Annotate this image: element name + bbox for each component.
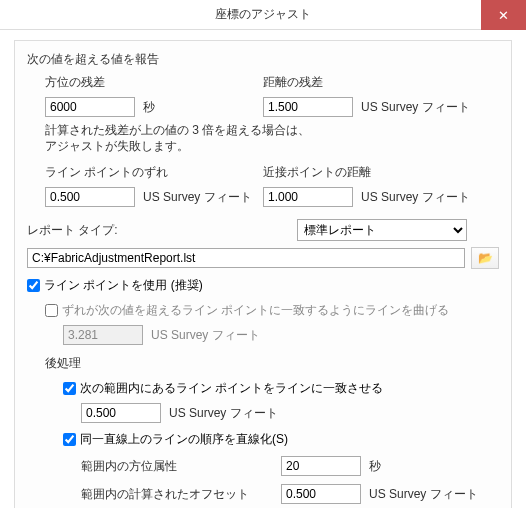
straighten-label: 同一直線上のラインの順序を直線化(S) [80, 431, 288, 448]
close-point-distance-label: 近接ポイントの距離 [263, 164, 499, 181]
bend-lines-unit: US Survey フィート [151, 327, 260, 344]
dialog-content: 次の値を超える値を報告 方位の残差 秒 距離の残差 US Survey フィート… [0, 30, 526, 508]
main-panel: 次の値を超える値を報告 方位の残差 秒 距離の残差 US Survey フィート… [14, 40, 512, 508]
report-type-label: レポート タイプ: [27, 222, 297, 239]
snap-line-points-row[interactable]: 次の範囲内にあるライン ポイントをラインに一致させる [63, 380, 499, 397]
browse-button[interactable]: 📂 [471, 247, 499, 269]
use-line-points-row[interactable]: ライン ポイントを使用 (推奨) [27, 277, 499, 294]
folder-icon: 📂 [478, 251, 493, 265]
close-button[interactable]: ✕ [481, 0, 526, 30]
snap-line-points-checkbox[interactable] [63, 382, 76, 395]
bend-lines-label: ずれが次の値を超えるライン ポイントに一致するようにラインを曲げる [62, 302, 449, 319]
line-point-offset-unit: US Survey フィート [143, 189, 252, 206]
computed-offset-unit: US Survey フィート [369, 486, 478, 503]
straighten-row[interactable]: 同一直線上のラインの順序を直線化(S) [63, 431, 499, 448]
bearing-attr-label: 範囲内の方位属性 [81, 458, 281, 475]
bearing-residual-label: 方位の残差 [45, 74, 263, 91]
bend-lines-input [63, 325, 143, 345]
report-values-section-label: 次の値を超える値を報告 [27, 51, 499, 68]
line-point-offset-input[interactable] [45, 187, 135, 207]
window-title: 座標のアジャスト [215, 6, 311, 23]
snap-line-points-label: 次の範囲内にあるライン ポイントをラインに一致させる [80, 380, 383, 397]
line-point-offset-label: ライン ポイントのずれ [45, 164, 263, 181]
bend-lines-checkbox[interactable] [45, 304, 58, 317]
bearing-attr-unit: 秒 [369, 458, 381, 475]
post-processing-label: 後処理 [45, 355, 499, 372]
close-point-distance-input[interactable] [263, 187, 353, 207]
snap-line-points-input[interactable] [81, 403, 161, 423]
report-type-select[interactable]: 標準レポート [297, 219, 467, 241]
computed-offset-label: 範囲内の計算されたオフセット [81, 486, 281, 503]
titlebar: 座標のアジャスト ✕ [0, 0, 526, 30]
computed-offset-input[interactable] [281, 484, 361, 504]
straighten-checkbox[interactable] [63, 433, 76, 446]
bearing-attr-input[interactable] [281, 456, 361, 476]
use-line-points-checkbox[interactable] [27, 279, 40, 292]
bearing-residual-unit: 秒 [143, 99, 155, 116]
bend-lines-row[interactable]: ずれが次の値を超えるライン ポイントに一致するようにラインを曲げる [45, 302, 499, 319]
close-point-distance-unit: US Survey フィート [361, 189, 470, 206]
distance-residual-input[interactable] [263, 97, 353, 117]
distance-residual-label: 距離の残差 [263, 74, 499, 91]
residual-note: 計算された残差が上の値の 3 倍を超える場合は、 アジャストが失敗します。 [45, 123, 499, 154]
use-line-points-label: ライン ポイントを使用 (推奨) [44, 277, 203, 294]
distance-residual-unit: US Survey フィート [361, 99, 470, 116]
snap-line-points-unit: US Survey フィート [169, 405, 278, 422]
close-icon: ✕ [498, 8, 509, 23]
report-path-input[interactable] [27, 248, 465, 268]
bearing-residual-input[interactable] [45, 97, 135, 117]
